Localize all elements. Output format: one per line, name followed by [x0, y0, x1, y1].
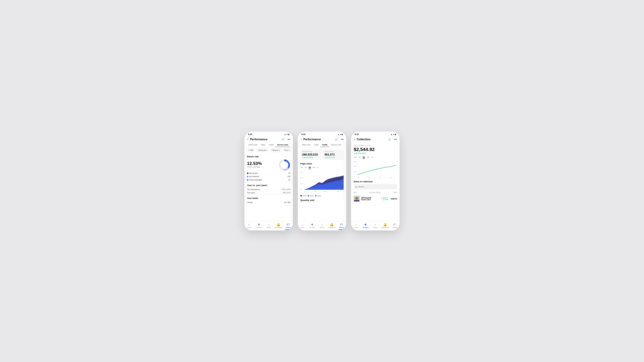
collection-search-input[interactable]	[358, 186, 395, 188]
nav-label-home-1: Home	[247, 227, 251, 228]
cart-icon-1[interactable]: 🛒	[282, 138, 285, 141]
tabs-1: Seller level Sales Traffic Service metr.	[244, 143, 293, 147]
collection-chart-svg: $60k $40k $20k $0 Jan Feb Mar Apr	[354, 160, 397, 179]
tab-service-metrics-1[interactable]: Service metr.	[276, 143, 290, 147]
col-header-item: Item	[354, 192, 357, 193]
home-icon-3: ⌂	[355, 223, 357, 226]
tab-seller-level-2[interactable]: Seller level	[300, 143, 312, 147]
svg-text:$0: $0	[354, 176, 355, 177]
nav-selling-2[interactable]: 🏷 Selling	[336, 223, 346, 228]
tab-sales-1[interactable]: Sales	[259, 143, 267, 147]
status-icons-1: ▲ ▾ ▮	[284, 133, 289, 136]
limits-label-listings: Listings	[247, 202, 253, 203]
filter-chip-listing-site[interactable]: Listing site ▾	[256, 148, 269, 152]
collection-item-row: 188 BaseballSeries Card ▲ $500.00(0.30%)…	[354, 195, 397, 203]
page-title-3: Collection	[357, 138, 386, 141]
wifi-icon-2: ▾	[340, 133, 341, 136]
tab-seller-level-1[interactable]: Seller level	[247, 143, 259, 147]
search-icon-1: ⌕	[268, 223, 270, 226]
phone3: 9:15 ▲ ▾ ▮ ‹ Collection 🛒 ••• EBAY MARKE…	[351, 132, 400, 230]
legend-dot-1	[300, 195, 302, 196]
category-label: Category	[272, 149, 278, 151]
time-1: 9:15	[248, 133, 252, 136]
svg-text:$40k: $40k	[300, 177, 304, 179]
chart-tab-1m[interactable]: 1M	[304, 166, 307, 169]
chart-tab-6m[interactable]: 6M	[312, 166, 315, 169]
page-views-card: PAGE VIEWS 961,071 ▲ $1.19 (1.2%)	[323, 149, 344, 160]
phones-container: 9:15 ▲ ▾ ▮ ‹ Performance 🛒 ••• Seller le…	[238, 125, 406, 237]
chart-legend: Label Label Label	[300, 195, 344, 196]
price-label: Price	[284, 149, 288, 151]
nav-notifications-3[interactable]: 🔔 Notifications	[380, 223, 390, 228]
nav-search-1[interactable]: ⌕ Search	[264, 223, 274, 228]
nav-myebay-2[interactable]: ☻ My eBay	[308, 223, 317, 228]
page-title-2: Performance	[304, 138, 332, 141]
tab-traffic-1[interactable]: Traffic	[267, 143, 276, 147]
myebay-icon-3: ☻	[364, 223, 367, 226]
bell-icon-2: 🔔	[330, 223, 334, 226]
nav-search-3[interactable]: ⌕ Search	[370, 223, 380, 228]
nav-notifications-2[interactable]: 🔔 Notifications	[327, 223, 336, 228]
peers-title: Your vs. your peers	[247, 184, 290, 186]
nav-label-selling-3: Selling	[392, 227, 397, 228]
time-tab-6m[interactable]: 6M	[367, 156, 369, 159]
chevron-down-icon-2: ▾	[279, 149, 280, 151]
metric-dot-damaged	[247, 179, 248, 181]
return-rate-subtitle: 176 of 2,174 total	[247, 166, 262, 168]
time-3: 9:15	[355, 133, 359, 136]
nav-myebay-3[interactable]: ☻ My eBay	[361, 223, 370, 228]
cart-icon-2[interactable]: 🛒	[335, 138, 338, 141]
nav-label-notifications-3: Notifications	[381, 227, 389, 228]
nav-selling-1[interactable]: 🏷 Selling	[283, 223, 293, 228]
area-chart-svg: $60k $40k $20k $0	[300, 170, 344, 194]
nav-label-search-3: Search	[373, 227, 378, 228]
time-tab-1w[interactable]: 1W	[354, 156, 356, 159]
chart-tab-1w[interactable]: 1W	[300, 166, 303, 169]
nav-home-2[interactable]: ⌂ Home	[298, 223, 308, 228]
tab-sales-2[interactable]: Sales	[312, 143, 320, 147]
home-icon-2: ⌂	[302, 223, 304, 226]
wifi-icon-1: ▾	[286, 133, 288, 136]
collection-search-box[interactable]: ⌕	[354, 184, 397, 189]
filter-chip-price[interactable]: Price ▾	[282, 148, 291, 152]
back-button-3[interactable]: ‹	[354, 137, 355, 142]
market-value-amount: $2,544.92	[354, 147, 397, 152]
search-icon-3: ⌕	[355, 185, 357, 188]
bottom-nav-3: ⌂ Home ☻ My eBay ⌕ Search 🔔 Notification…	[351, 221, 400, 230]
chart-tab-1y[interactable]: 1Y	[317, 166, 319, 169]
nav-home-1[interactable]: ⌂ Home	[244, 223, 254, 228]
bell-icon-3: 🔔	[383, 223, 387, 226]
battery-icon-2: ▮	[342, 133, 343, 136]
nav-label-notifications-2: Notifications	[328, 227, 336, 228]
time-tab-3m[interactable]: 3M	[362, 156, 365, 159]
content-3: EBAY MARKET VALUE $2,544.92 ▲ $15.29 (23…	[351, 143, 400, 221]
time-tab-1m[interactable]: 1M	[358, 156, 360, 159]
filter-chip-category[interactable]: Category ▾	[270, 148, 282, 152]
time-tab-1y[interactable]: 1Y	[371, 156, 373, 159]
nav-notifications-1[interactable]: 🔔 Notifications	[274, 223, 283, 228]
market-value-label: EBAY MARKET VALUE	[354, 145, 397, 146]
bottom-nav-2: ⌂ Home ☻ My eBay ⌕ Search 🔔 Notification…	[298, 221, 346, 230]
more-icon-2[interactable]: •••	[341, 138, 344, 141]
return-rate-title: Return rate	[247, 155, 290, 158]
chart-tab-3m[interactable]: 3M	[308, 166, 311, 169]
svg-text:$60k: $60k	[300, 171, 304, 173]
nav-selling-3[interactable]: 🏷 Selling	[390, 223, 400, 228]
back-button-2[interactable]: ‹	[300, 137, 302, 142]
cart-icon-3[interactable]: 🛒	[388, 138, 392, 141]
nav-home-3[interactable]: ⌂ Home	[351, 223, 361, 228]
nav-myebay-1[interactable]: ☻ My eBay	[254, 223, 264, 228]
time-2: 9:15	[301, 133, 306, 136]
more-icon-1[interactable]: •••	[288, 138, 290, 141]
nav-search-2[interactable]: ⌕ Search	[317, 223, 327, 228]
back-button-1[interactable]: ‹	[247, 137, 249, 142]
more-icon-3[interactable]: •••	[394, 138, 397, 141]
tab-traffic-2[interactable]: Traffic	[320, 143, 329, 147]
nav-label-selling-2: Selling	[339, 227, 344, 228]
tab-service-metrics-2[interactable]: Service metr.	[329, 143, 343, 147]
peers-value-transactions: 176 / 2,174	[282, 188, 290, 190]
filter-chip-filter[interactable]: ≡ Filter	[247, 148, 255, 152]
filter-icon: ≡	[248, 149, 250, 151]
legend-item-1: Label	[300, 195, 306, 196]
impressions-value: 286,525,516	[302, 153, 320, 156]
